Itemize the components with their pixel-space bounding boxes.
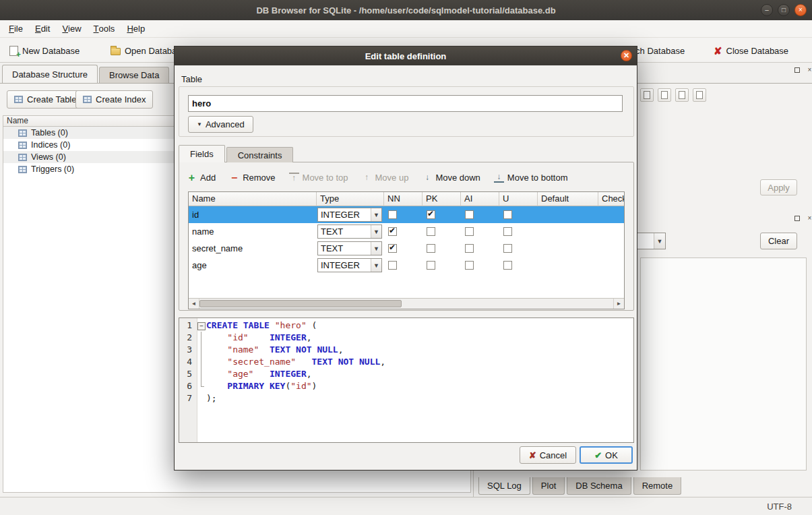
u-checkbox[interactable] <box>503 227 512 236</box>
pk-checkbox[interactable] <box>427 210 435 219</box>
apply-button[interactable]: Apply <box>760 179 797 195</box>
table-list-icon <box>18 142 27 149</box>
column-header-pk[interactable]: PK <box>423 192 461 206</box>
ai-checkbox[interactable] <box>465 244 474 253</box>
close-database-button[interactable]: ✘ Close Database <box>711 42 791 59</box>
dialog-tab-constraints[interactable]: Constraints <box>226 147 294 162</box>
menu-edit[interactable]: Edit <box>29 20 56 37</box>
new-database-button[interactable]: New Database <box>7 42 82 59</box>
button-label: Remove <box>243 173 275 183</box>
ai-checkbox[interactable] <box>465 210 474 219</box>
print-button[interactable] <box>693 88 706 102</box>
table-name-input[interactable] <box>188 95 623 112</box>
export-button[interactable] <box>658 88 671 102</box>
menu-view[interactable]: View <box>56 20 87 37</box>
nn-checkbox[interactable] <box>388 244 397 253</box>
column-header-nn[interactable]: NN <box>384 192 423 206</box>
scroll-left-icon[interactable]: ◄ <box>189 299 199 309</box>
sql-code: PRIMARY KEY("id") <box>206 380 317 392</box>
field-name-cell: name <box>189 223 317 240</box>
pk-checkbox[interactable] <box>427 244 435 253</box>
dialog-tab-fields[interactable]: Fields <box>179 145 225 162</box>
nn-checkbox[interactable] <box>388 261 397 270</box>
dialog-close-icon[interactable]: ✕ <box>621 50 632 61</box>
move-down-button[interactable]: ↓Move down <box>422 173 480 183</box>
scrollbar-thumb[interactable] <box>199 300 402 307</box>
type-combobox[interactable]: INTEGER▼ <box>317 208 382 222</box>
check-cell <box>598 240 625 257</box>
create-table-button[interactable]: Create Table <box>7 90 84 109</box>
fold-marker <box>197 332 206 344</box>
chevron-down-icon: ▼ <box>371 208 381 221</box>
add-button[interactable]: +Add <box>187 173 216 183</box>
menu-file[interactable]: File <box>3 20 29 37</box>
dock-close-icon[interactable]: × <box>805 214 812 222</box>
tree-item-label: Triggers (0) <box>31 164 74 174</box>
ai-checkbox[interactable] <box>465 227 474 236</box>
dock-float-icon[interactable] <box>792 214 801 222</box>
sql-line: 4 "secret_name" TEXT NOT NULL, <box>179 356 633 368</box>
sql-preview[interactable]: 1CREATE TABLE "hero" (2 "id" INTEGER,3 "… <box>179 317 634 443</box>
edit-table-definition-dialog: Edit table definition ✕ Table ▼ Advanced… <box>174 46 637 471</box>
ai-checkbox[interactable] <box>465 261 474 270</box>
u-checkbox[interactable] <box>503 244 512 253</box>
type-combobox[interactable]: TEXT▼ <box>317 224 382 239</box>
tab-browse-data[interactable]: Browse Data <box>99 67 169 83</box>
field-name-cell: id <box>189 206 317 223</box>
move-up-button: ↑Move up <box>362 173 409 183</box>
type-combobox[interactable]: TEXT▼ <box>317 241 382 255</box>
sql-line: 1CREATE TABLE "hero" ( <box>179 320 633 332</box>
cancel-x-icon: ✘ <box>529 450 536 460</box>
horizontal-scrollbar: ◄ ► <box>189 298 624 309</box>
sql-log-textarea[interactable] <box>640 258 807 471</box>
move-to-bottom-button[interactable]: ↓Move to bottom <box>494 173 568 183</box>
remove-button[interactable]: −Remove <box>229 173 275 183</box>
import-button[interactable] <box>640 88 654 102</box>
dock-close-icon[interactable]: × <box>805 65 812 74</box>
menu-tools[interactable]: Tools <box>88 20 121 37</box>
cancel-button[interactable]: ✘ Cancel <box>520 446 576 464</box>
dock-float-icon[interactable] <box>792 65 801 74</box>
ai-cell <box>461 223 499 240</box>
menu-help[interactable]: Help <box>121 20 151 37</box>
fold-marker[interactable] <box>197 320 206 332</box>
new-database-icon <box>9 46 18 56</box>
table-list-icon <box>18 154 27 161</box>
type-combobox[interactable]: INTEGER▼ <box>317 258 382 272</box>
column-header-ai[interactable]: AI <box>461 192 499 206</box>
clear-button[interactable]: Clear <box>760 233 797 249</box>
field-row[interactable]: idINTEGER▼ <box>189 206 624 223</box>
nn-checkbox[interactable] <box>388 210 397 219</box>
check-cell <box>598 206 625 223</box>
set-null-icon <box>679 91 685 99</box>
advanced-button[interactable]: ▼ Advanced <box>188 116 253 133</box>
tab-db-schema[interactable]: DB Schema <box>567 477 631 495</box>
field-row[interactable]: ageINTEGER▼ <box>189 257 624 274</box>
ok-button[interactable]: ✔ OK <box>580 446 633 464</box>
column-header-check[interactable]: Check <box>598 192 625 206</box>
close-icon[interactable]: × <box>794 4 807 16</box>
minimize-icon[interactable]: – <box>761 4 773 16</box>
scroll-right-icon[interactable]: ► <box>613 299 624 309</box>
table-list-icon <box>18 166 27 173</box>
column-header-u[interactable]: U <box>499 192 538 206</box>
u-checkbox[interactable] <box>503 261 512 270</box>
set-null-button[interactable] <box>675 88 689 102</box>
field-row[interactable]: secret_nameTEXT▼ <box>189 240 624 257</box>
nn-checkbox[interactable] <box>388 227 397 236</box>
column-header-name[interactable]: Name <box>189 192 317 206</box>
field-row[interactable]: nameTEXT▼ <box>189 223 624 240</box>
move-up-icon: ↑ <box>362 173 372 182</box>
tab-database-structure[interactable]: Database Structure <box>2 65 98 83</box>
column-header-type[interactable]: Type <box>317 192 384 206</box>
tab-sql-log[interactable]: SQL Log <box>478 477 530 495</box>
create-index-button[interactable]: Create Index <box>75 90 153 109</box>
u-checkbox[interactable] <box>503 210 512 219</box>
column-header-default[interactable]: Default <box>538 192 598 206</box>
sql-line: 6 PRIMARY KEY("id") <box>179 380 633 392</box>
pk-checkbox[interactable] <box>427 227 435 236</box>
tab-plot[interactable]: Plot <box>532 477 565 495</box>
maximize-icon[interactable]: □ <box>778 4 790 16</box>
pk-checkbox[interactable] <box>427 261 435 270</box>
tab-remote[interactable]: Remote <box>633 477 682 495</box>
